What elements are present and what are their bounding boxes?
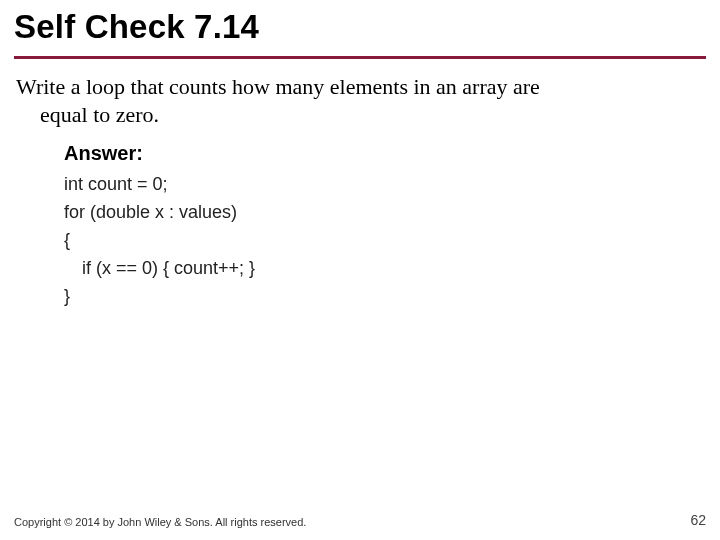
code-line-2: for (double x : values) — [64, 199, 706, 227]
title-divider — [14, 56, 706, 59]
slide-title: Self Check 7.14 — [14, 8, 706, 52]
code-block: int count = 0; for (double x : values) {… — [64, 171, 706, 310]
prompt-line-2: equal to zero. — [16, 101, 706, 129]
footer: Copyright © 2014 by John Wiley & Sons. A… — [14, 512, 706, 528]
code-line-3: { — [64, 227, 706, 255]
copyright-text: Copyright © 2014 by John Wiley & Sons. A… — [14, 516, 306, 528]
prompt-line-1: Write a loop that counts how many elemen… — [16, 74, 540, 99]
code-line-4: if (x == 0) { count++; } — [64, 255, 706, 283]
answer-block: Answer: int count = 0; for (double x : v… — [14, 142, 706, 310]
answer-label-text: Answer: — [64, 142, 143, 164]
code-line-1: int count = 0; — [64, 171, 706, 199]
page-number: 62 — [690, 512, 706, 528]
question-prompt: Write a loop that counts how many elemen… — [14, 73, 706, 128]
code-line-5: } — [64, 283, 706, 311]
slide: Self Check 7.14 Write a loop that counts… — [0, 0, 720, 540]
answer-label: Answer: — [64, 142, 706, 165]
